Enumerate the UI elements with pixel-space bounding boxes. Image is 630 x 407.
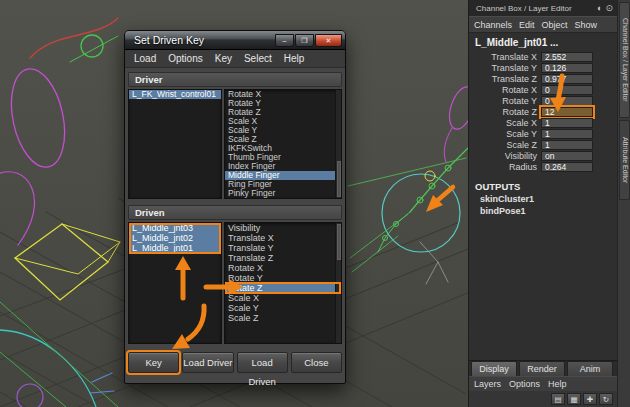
driven-lists: L_Middle_jnt03L_Middle_jnt02L_Middle_jnt… <box>128 222 342 344</box>
channel-row: Scale X1 <box>469 117 617 128</box>
channel-name[interactable]: Rotate Z <box>469 107 541 117</box>
channel-name[interactable]: Translate X <box>469 52 541 62</box>
channel-value[interactable]: on <box>541 151 593 161</box>
layer-options-icon[interactable]: ↻ <box>599 393 613 405</box>
scrollbar-thumb[interactable] <box>337 161 341 197</box>
driver-label: Driver <box>135 74 162 85</box>
driven-attribute-item[interactable]: Scale X <box>225 293 341 303</box>
menu-key[interactable]: Key <box>209 51 238 66</box>
channel-value[interactable]: 1 <box>541 129 593 139</box>
menu-select[interactable]: Select <box>238 51 278 66</box>
side-tab-attribute-editor[interactable]: Attribute Editor <box>619 120 630 200</box>
channel-name[interactable]: Scale Z <box>469 140 541 150</box>
driven-attribute-item[interactable]: Scale Y <box>225 303 341 313</box>
channel-row: Translate X2.552 <box>469 51 617 62</box>
cb-menu-show[interactable]: Show <box>575 20 598 30</box>
menu-options[interactable]: Options <box>162 51 208 66</box>
driven-section-header[interactable]: Driven <box>128 205 342 220</box>
driven-object-item[interactable]: L_Middle_jnt03 <box>129 223 221 233</box>
new-empty-layer-icon[interactable]: ▦ <box>567 393 581 405</box>
channel-name[interactable]: Visibility <box>469 151 541 161</box>
channel-value[interactable]: 12 <box>541 107 593 117</box>
menu-help[interactable]: Help <box>278 51 311 66</box>
channel-name[interactable]: Scale X <box>469 118 541 128</box>
driver-section-header[interactable]: Driver <box>128 72 342 87</box>
scrollbar[interactable] <box>335 223 341 343</box>
channel-value[interactable]: 1 <box>541 140 593 150</box>
dialog-menubar: LoadOptionsKeySelectHelp <box>125 50 345 68</box>
channel-rows: Translate X2.552Translate Y0.126Translat… <box>469 51 617 172</box>
dialog-title: Set Driven Key <box>134 34 275 46</box>
driven-attribute-item[interactable]: Rotate Y <box>225 273 341 283</box>
channel-list: L_Middle_jnt01 ... Translate X2.552Trans… <box>469 33 617 360</box>
channel-name[interactable]: Scale Y <box>469 129 541 139</box>
driver-object-item[interactable]: L_FK_Wrist_control01 <box>129 90 221 99</box>
channel-row: Rotate X0 <box>469 84 617 95</box>
panel-header-title: Channel Box / Layer Editor <box>476 4 597 13</box>
layer-menu-help[interactable]: Help <box>548 379 567 389</box>
cb-menu-object[interactable]: Object <box>542 20 568 30</box>
output-node[interactable]: skinCluster1 <box>469 193 617 205</box>
minimize-icon[interactable]: – <box>275 34 294 47</box>
driven-objects-list[interactable]: L_Middle_jnt03L_Middle_jnt02L_Middle_jnt… <box>128 222 222 344</box>
driven-object-item[interactable]: L_Middle_jnt01 <box>129 243 221 253</box>
tab-render[interactable]: Render <box>519 361 565 376</box>
output-node[interactable]: bindPose1 <box>469 205 617 217</box>
channel-value[interactable]: 2.552 <box>541 52 593 62</box>
side-tab-channel-box[interactable]: Channel Box / Layer Editor <box>619 2 630 118</box>
channel-value[interactable]: 0.977 <box>541 74 593 84</box>
channel-value[interactable]: 0.264 <box>541 162 593 172</box>
channel-row: Radius0.264 <box>469 161 617 172</box>
channel-name[interactable]: Radius <box>469 162 541 172</box>
channel-value[interactable]: 0 <box>541 85 593 95</box>
display-toggle-icon[interactable]: ◐ <box>597 3 602 13</box>
driven-attribute-item[interactable]: Rotate Z <box>225 283 341 293</box>
close-icon[interactable]: ✕ <box>315 34 342 47</box>
channel-value[interactable]: 0 <box>541 96 593 106</box>
driven-attribute-item[interactable]: Translate X <box>225 233 341 243</box>
cb-menu-channels[interactable]: Channels <box>474 20 512 30</box>
maximize-icon[interactable]: ❐ <box>295 34 314 47</box>
driven-attribute-item[interactable]: Translate Y <box>225 243 341 253</box>
scrollbar-thumb[interactable] <box>337 224 341 260</box>
channel-name[interactable]: Rotate Y <box>469 96 541 106</box>
driven-attribute-item[interactable]: Visibility <box>225 223 341 233</box>
layer-menu-layers[interactable]: Layers <box>474 379 501 389</box>
channel-value[interactable]: 0.126 <box>541 63 593 73</box>
driver-attribute-item[interactable]: Pinky Finger <box>225 189 341 198</box>
driven-attributes-list[interactable]: VisibilityTranslate XTranslate YTranslat… <box>224 222 342 344</box>
driven-attribute-item[interactable]: Scale Z <box>225 313 341 323</box>
channel-name[interactable]: Rotate X <box>469 85 541 95</box>
new-scene-layer-icon[interactable]: ▤ <box>551 393 565 405</box>
set-driven-key-dialog: Set Driven Key – ❐ ✕ LoadOptionsKeySelec… <box>124 30 346 384</box>
driven-attribute-item[interactable]: Rotate X <box>225 263 341 273</box>
channel-name[interactable]: Translate Z <box>469 74 541 84</box>
driver-attributes-list[interactable]: Rotate XRotate YRotate ZScale XScale YSc… <box>224 89 342 199</box>
load-driven-button[interactable]: Load Driven <box>237 352 288 373</box>
layer-menu-options[interactable]: Options <box>509 379 540 389</box>
channel-object-name[interactable]: L_Middle_jnt01 ... <box>469 33 617 51</box>
driver-objects-list[interactable]: L_FK_Wrist_control01 <box>128 89 222 199</box>
channel-row: Visibilityon <box>469 150 617 161</box>
key-button[interactable]: Key <box>128 352 179 373</box>
driven-object-item[interactable]: L_Middle_jnt02 <box>129 233 221 243</box>
driven-label: Driven <box>135 207 165 218</box>
menu-load[interactable]: Load <box>128 51 162 66</box>
tab-display[interactable]: Display <box>471 361 517 376</box>
channel-value[interactable]: 1 <box>541 118 593 128</box>
close-button[interactable]: Close <box>291 352 342 373</box>
dialog-titlebar[interactable]: Set Driven Key – ❐ ✕ <box>125 31 345 50</box>
caption-buttons: – ❐ ✕ <box>275 34 342 47</box>
channel-row: Scale Y1 <box>469 128 617 139</box>
channel-row: Rotate Z12 <box>469 106 617 117</box>
channel-name[interactable]: Translate Y <box>469 63 541 73</box>
load-driver-button[interactable]: Load Driver <box>182 352 233 373</box>
scrollbar[interactable] <box>335 90 341 198</box>
new-layer-from-selected-icon[interactable]: ✚ <box>583 393 597 405</box>
outputs-list: skinCluster1bindPose1 <box>469 193 617 217</box>
driven-attribute-item[interactable]: Translate Z <box>225 253 341 263</box>
cb-menu-edit[interactable]: Edit <box>519 20 535 30</box>
tab-anim[interactable]: Anim <box>567 361 613 376</box>
pin-panel-icon[interactable]: ⊙ <box>605 3 613 13</box>
layer-editor-tabs: DisplayRenderAnim <box>469 360 617 376</box>
